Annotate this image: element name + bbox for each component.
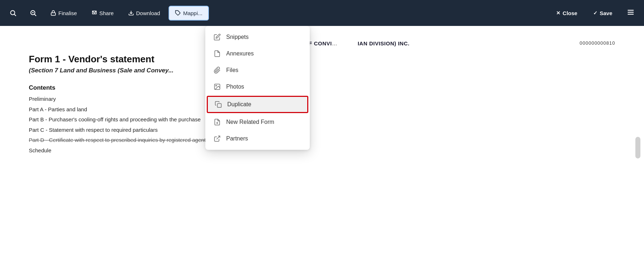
photos-label: Photos: [226, 84, 244, 90]
image-icon: [213, 83, 221, 91]
duplicate-label: Duplicate: [227, 101, 251, 108]
snippets-label: Snippets: [226, 34, 249, 40]
edit-icon: [213, 33, 221, 41]
share-button[interactable]: Share: [86, 6, 120, 20]
svg-point-0: [10, 10, 15, 15]
svg-line-16: [216, 136, 220, 139]
dropdown-menu: Snippets Annexures Files Photos Duplicat: [205, 26, 310, 150]
dropdown-item-duplicate[interactable]: Duplicate: [207, 96, 308, 113]
hamburger-menu-button[interactable]: [622, 5, 640, 22]
svg-rect-13: [218, 104, 222, 108]
svg-point-12: [216, 85, 217, 86]
list-item: Preliminary: [29, 95, 615, 103]
search-zoom-in-button[interactable]: [4, 6, 22, 20]
svg-line-3: [35, 14, 36, 16]
paperclip-icon: [213, 66, 221, 74]
dropdown-item-files[interactable]: Files: [205, 62, 310, 79]
search-zoom-out-button[interactable]: [24, 6, 42, 20]
dropdown-item-partners[interactable]: Partners: [205, 130, 310, 147]
new-related-form-label: New Related Form: [226, 119, 274, 125]
files-label: Files: [226, 67, 238, 73]
partners-label: Partners: [226, 135, 248, 142]
document-area: AUSTRALIAN INSTITUTE OF CONVI… AUSTRALIA…: [0, 26, 644, 171]
file-plus-icon: [213, 118, 221, 126]
download-button[interactable]: Download: [122, 6, 166, 20]
document-header: AUSTRALIAN INSTITUTE OF CONVI… AUSTRALIA…: [29, 40, 615, 46]
list-item: Part A - Parties and land: [29, 106, 615, 114]
list-item: Part C - Statement with respect to requi…: [29, 126, 615, 134]
document-subtitle: (Section 7 Land and Business (Sale and C…: [29, 67, 615, 74]
finalise-button[interactable]: Finalise: [45, 6, 83, 20]
copy-icon: [214, 100, 222, 108]
dropdown-item-annexures[interactable]: Annexures: [205, 45, 310, 62]
close-button[interactable]: ✕ Close: [550, 6, 584, 20]
save-button[interactable]: ✓ Save: [587, 6, 619, 20]
main-content: AUSTRALIAN INSTITUTE OF CONVI… AUSTRALIA…: [0, 26, 644, 269]
toolbar: Finalise Share Download Mappi... ✕ Close…: [0, 0, 644, 26]
contents-list: Preliminary Part A - Parties and land Pa…: [29, 95, 615, 154]
list-item: Part B - Purchaser's cooling-off rights …: [29, 116, 615, 124]
annexures-label: Annexures: [226, 50, 254, 57]
list-item: Schedule: [29, 147, 615, 155]
close-x-icon: ✕: [556, 10, 560, 16]
mapping-button[interactable]: Mappi...: [169, 6, 209, 21]
list-item-strikethrough: Part D - Certificate with respect to pre…: [29, 136, 615, 144]
svg-rect-5: [51, 13, 55, 15]
svg-line-1: [14, 14, 16, 16]
file-icon: [213, 50, 221, 58]
document-title: Form 1 - Vendor's statement: [29, 54, 615, 65]
checkmark-icon: ✓: [593, 10, 598, 16]
dropdown-item-snippets[interactable]: Snippets: [205, 29, 310, 45]
scrollbar[interactable]: [635, 137, 640, 158]
dropdown-item-new-related-form[interactable]: New Related Form: [205, 114, 310, 130]
contents-title: Contents: [29, 84, 615, 91]
document-id: 000000000810: [580, 40, 615, 46]
dropdown-item-photos[interactable]: Photos: [205, 79, 310, 95]
mapping-label: Mappi...: [183, 10, 202, 16]
toolbar-right: ✕ Close ✓ Save: [550, 5, 640, 22]
external-link-icon: [213, 135, 221, 143]
